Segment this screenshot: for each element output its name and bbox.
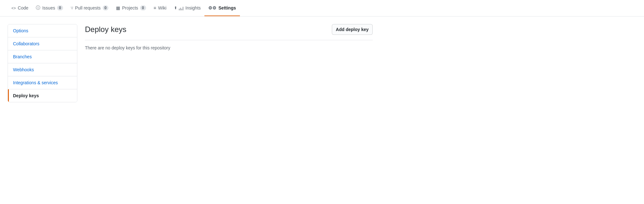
settings-icon: ⚙ bbox=[208, 5, 216, 10]
sidebar-item-deploy-keys-label: Deploy keys bbox=[13, 93, 39, 98]
content-area: Deploy keys Add deploy key There are no … bbox=[85, 24, 373, 102]
tab-settings[interactable]: ⚙ Settings bbox=[204, 0, 240, 16]
sidebar: Options Collaborators Branches Webhooks … bbox=[8, 24, 77, 102]
sidebar-item-branches[interactable]: Branches bbox=[8, 50, 77, 63]
tab-projects[interactable]: Projects 0 bbox=[112, 0, 150, 16]
pr-icon bbox=[71, 5, 73, 10]
issues-badge: 0 bbox=[57, 5, 63, 10]
issues-icon bbox=[36, 5, 40, 11]
insights-icon bbox=[174, 5, 184, 10]
sidebar-item-branches-label: Branches bbox=[13, 54, 32, 59]
content-header: Deploy keys Add deploy key bbox=[85, 24, 373, 40]
sidebar-item-integrations-label: Integrations & services bbox=[13, 80, 58, 85]
wiki-icon bbox=[154, 5, 156, 10]
add-deploy-key-button[interactable]: Add deploy key bbox=[332, 24, 373, 35]
sidebar-item-options-label: Options bbox=[13, 28, 28, 33]
tab-issues[interactable]: Issues 0 bbox=[32, 0, 67, 16]
tab-settings-label: Settings bbox=[218, 5, 236, 10]
sidebar-item-webhooks-label: Webhooks bbox=[13, 67, 34, 72]
sidebar-item-collaborators[interactable]: Collaborators bbox=[8, 37, 77, 50]
sidebar-item-collaborators-label: Collaborators bbox=[13, 41, 39, 46]
tab-pull-requests[interactable]: Pull requests 0 bbox=[67, 0, 113, 16]
projects-badge: 0 bbox=[140, 5, 146, 10]
empty-message: There are no deploy keys for this reposi… bbox=[85, 45, 373, 50]
code-icon bbox=[11, 5, 16, 10]
sidebar-item-options[interactable]: Options bbox=[8, 24, 77, 37]
tab-code[interactable]: Code bbox=[8, 0, 32, 16]
pr-badge: 0 bbox=[103, 5, 109, 10]
sidebar-item-webhooks[interactable]: Webhooks bbox=[8, 63, 77, 76]
tab-wiki-label: Wiki bbox=[158, 5, 166, 10]
tab-issues-label: Issues bbox=[42, 5, 55, 10]
main-container: Options Collaborators Branches Webhooks … bbox=[0, 16, 380, 110]
tab-insights-label: Insights bbox=[185, 5, 201, 10]
sidebar-item-integrations[interactable]: Integrations & services bbox=[8, 76, 77, 89]
page-title: Deploy keys bbox=[85, 25, 126, 34]
top-nav: Code Issues 0 Pull requests 0 Projects 0… bbox=[0, 0, 644, 16]
sidebar-item-deploy-keys[interactable]: Deploy keys bbox=[8, 89, 77, 102]
projects-icon bbox=[116, 5, 120, 10]
tab-insights[interactable]: Insights bbox=[170, 0, 204, 16]
tab-projects-label: Projects bbox=[122, 5, 138, 10]
tab-wiki[interactable]: Wiki bbox=[150, 0, 171, 16]
tab-code-label: Code bbox=[18, 5, 28, 10]
tab-pr-label: Pull requests bbox=[75, 5, 101, 10]
